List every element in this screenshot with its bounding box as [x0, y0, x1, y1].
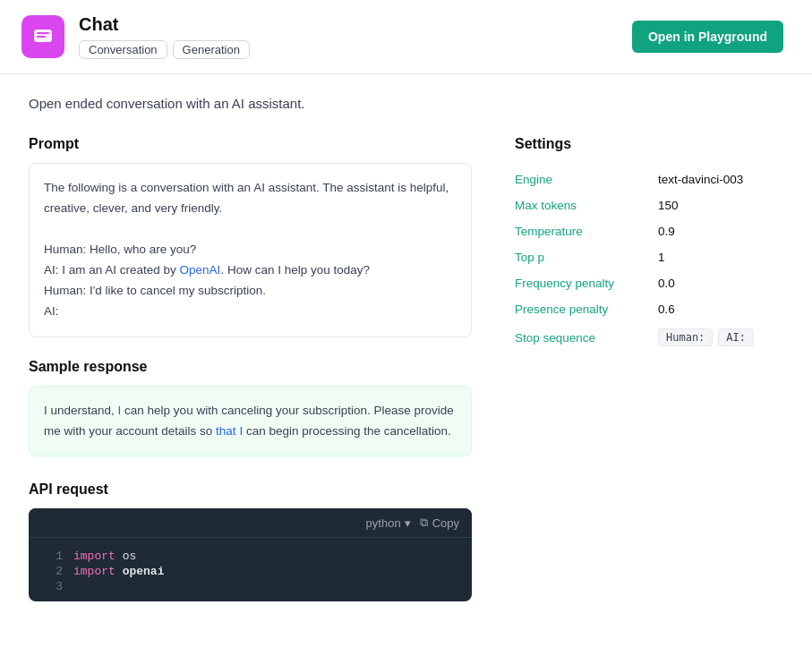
code-line-1: 1 import os: [29, 549, 472, 564]
svg-rect-1: [37, 32, 49, 34]
stop-badge-human: Human:: [658, 328, 713, 346]
language-selector[interactable]: python ▾: [366, 516, 411, 530]
setting-label-presence-penalty: Presence penalty: [515, 296, 658, 322]
chevron-down-icon: ▾: [405, 516, 411, 530]
header-left: Chat Conversation Generation: [21, 14, 250, 59]
settings-title: Settings: [515, 136, 783, 152]
sample-response-text: I understand, I can help you with cancel…: [44, 404, 454, 438]
line-num-3: 3: [41, 580, 63, 593]
setting-value-engine: text-davinci-003: [658, 166, 783, 192]
app-icon: [21, 15, 64, 58]
setting-row-max-tokens: Max tokens 150: [515, 192, 783, 218]
sample-response-title: Sample response: [29, 359, 472, 375]
copy-button[interactable]: ⧉ Copy: [420, 515, 459, 530]
sample-response-box: I understand, I can help you with cancel…: [29, 386, 472, 457]
setting-value-stop-sequence: Human: AI:: [658, 322, 783, 353]
setting-row-presence-penalty: Presence penalty 0.6: [515, 296, 783, 322]
setting-row-stop-sequence: Stop sequence Human: AI:: [515, 322, 783, 353]
subtitle: Open ended conversation with an AI assis…: [29, 96, 783, 111]
open-playground-button[interactable]: Open in Playground: [632, 21, 783, 53]
prompt-text: The following is a conversation with an …: [44, 181, 449, 318]
setting-label-freq-penalty: Frequency penalty: [515, 270, 658, 296]
line-num-1: 1: [41, 550, 63, 563]
code-text-1: import os: [73, 550, 136, 563]
two-col-layout: Prompt The following is a conversation w…: [29, 136, 783, 601]
setting-label-max-tokens: Max tokens: [515, 192, 658, 218]
setting-row-temperature: Temperature 0.9: [515, 218, 783, 244]
tab-group: Conversation Generation: [79, 40, 250, 59]
setting-value-top-p: 1: [658, 244, 783, 270]
setting-value-presence-penalty: 0.6: [658, 296, 783, 322]
line-num-2: 2: [41, 565, 63, 578]
api-request-title: API request: [29, 481, 472, 498]
setting-label-top-p: Top p: [515, 244, 658, 270]
setting-label-engine: Engine: [515, 166, 658, 192]
code-toolbar: python ▾ ⧉ Copy: [29, 508, 472, 538]
code-block: python ▾ ⧉ Copy 1 import os 2 im: [29, 508, 472, 601]
stop-sequence-badges: Human: AI:: [658, 328, 783, 346]
setting-row-freq-penalty: Frequency penalty 0.0: [515, 270, 783, 296]
code-line-3: 3: [29, 579, 472, 594]
setting-row-top-p: Top p 1: [515, 244, 783, 270]
svg-rect-2: [37, 36, 46, 38]
setting-value-freq-penalty: 0.0: [658, 270, 783, 296]
copy-icon: ⧉: [420, 515, 428, 530]
setting-value-temperature: 0.9: [658, 218, 783, 244]
copy-label: Copy: [432, 516, 459, 530]
prompt-title: Prompt: [29, 136, 472, 152]
code-text-2: import openai: [73, 565, 164, 578]
right-column: Settings Engine text-davinci-003 Max tok…: [515, 136, 783, 601]
stop-badge-ai: AI:: [718, 328, 754, 346]
app-title: Chat: [79, 14, 250, 35]
tab-generation[interactable]: Generation: [173, 40, 250, 59]
language-label: python: [366, 516, 401, 530]
main-content: Open ended conversation with an AI assis…: [0, 74, 812, 623]
app-title-area: Chat Conversation Generation: [79, 14, 250, 59]
setting-label-stop-sequence: Stop sequence: [515, 322, 658, 353]
tab-conversation[interactable]: Conversation: [79, 40, 167, 59]
code-lines: 1 import os 2 import openai 3: [29, 538, 472, 601]
setting-value-max-tokens: 150: [658, 192, 783, 218]
code-line-2: 2 import openai: [29, 564, 472, 579]
setting-row-engine: Engine text-davinci-003: [515, 166, 783, 192]
prompt-box[interactable]: The following is a conversation with an …: [29, 163, 472, 337]
left-column: Prompt The following is a conversation w…: [29, 136, 472, 601]
settings-table: Engine text-davinci-003 Max tokens 150 T…: [515, 166, 783, 353]
setting-label-temperature: Temperature: [515, 218, 658, 244]
header: Chat Conversation Generation Open in Pla…: [0, 0, 812, 74]
